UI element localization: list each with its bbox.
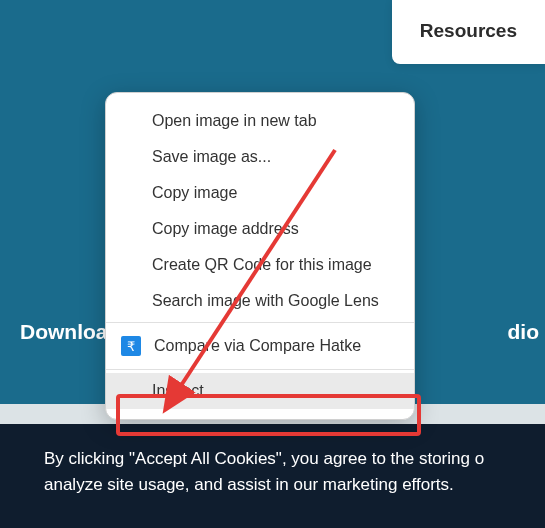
- menu-item-open-image[interactable]: Open image in new tab: [106, 103, 414, 139]
- cookie-banner: By clicking "Accept All Cookies", you ag…: [0, 424, 545, 528]
- menu-item-label: Copy image: [152, 184, 237, 202]
- menu-item-copy-image[interactable]: Copy image: [106, 175, 414, 211]
- menu-item-copy-image-address[interactable]: Copy image address: [106, 211, 414, 247]
- menu-item-create-qr[interactable]: Create QR Code for this image: [106, 247, 414, 283]
- menu-item-label: Create QR Code for this image: [152, 256, 372, 274]
- menu-item-compare-hatke[interactable]: Compare via Compare Hatke: [106, 326, 414, 366]
- menu-item-label: Inspect: [152, 382, 204, 400]
- menu-item-save-image-as[interactable]: Save image as...: [106, 139, 414, 175]
- menu-item-label: Compare via Compare Hatke: [154, 337, 361, 355]
- cookie-text-line1: By clicking "Accept All Cookies", you ag…: [44, 446, 545, 472]
- menu-item-label: Open image in new tab: [152, 112, 317, 130]
- menu-item-label: Copy image address: [152, 220, 299, 238]
- nav-tab-resources[interactable]: Resources: [392, 0, 545, 64]
- menu-item-label: Search image with Google Lens: [152, 292, 379, 310]
- nav-tab-label: Resources: [420, 20, 517, 41]
- menu-item-label: Save image as...: [152, 148, 271, 166]
- cookie-text-line2: analyze site usage, and assist in our ma…: [44, 472, 545, 498]
- page-text-fragment-left: Downloa: [20, 320, 108, 344]
- compare-hatke-icon: [120, 335, 142, 357]
- menu-item-search-lens[interactable]: Search image with Google Lens: [106, 283, 414, 319]
- context-menu: Open image in new tab Save image as... C…: [105, 92, 415, 420]
- menu-divider: [106, 322, 414, 323]
- page-text-fragment-right: dio: [508, 320, 540, 344]
- menu-divider: [106, 369, 414, 370]
- menu-item-inspect[interactable]: Inspect: [106, 373, 414, 409]
- page-hero-area: Resources Downloa dio Open image in new …: [0, 0, 545, 404]
